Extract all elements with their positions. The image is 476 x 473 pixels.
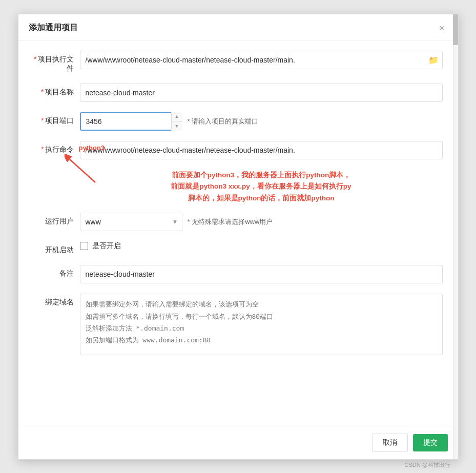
notes-row: 备注 [34,265,443,283]
port-row: *项目端口 ▲ ▼ * 请输入项目的真实端口 [34,112,443,131]
startup-row: 开机启动 是否开启 [34,241,443,255]
domain-textarea[interactable] [80,294,443,355]
notes-control [80,265,443,283]
annotation-arrow [65,154,100,185]
run-user-hint: * 无特殊需求请选择www用户 [188,217,273,227]
required-star-4: * [41,145,44,153]
exec-file-label: *项目执行文件 [34,51,80,73]
dialog: 添加通用项目 × *项目执行文件 📁 *项目名称 [18,14,459,460]
domain-label: 绑定域名 [34,294,80,307]
dialog-title: 添加通用项目 [29,23,78,33]
dialog-footer: 取消 提交 [18,426,458,459]
notes-label: 备注 [34,265,80,278]
startup-control: 是否开启 [80,241,443,251]
csdn-watermark: CSDN @科技出行 [405,461,450,469]
domain-row: 绑定域名 [34,294,443,355]
run-user-control: www root nginx ▼ * 无特殊需求请选择www用户 [80,213,443,231]
run-user-select[interactable]: www root nginx [80,213,182,231]
exec-file-input[interactable] [80,51,443,69]
startup-label: 开机启动 [34,241,80,255]
run-user-row: 运行用户 www root nginx ▼ * 无特殊需求请选择www用户 [34,213,443,231]
spinner-buttons: ▲ ▼ [171,112,182,131]
annotation-text: 前面要加个python3，我的服务器上面执行python脚本， 前面就是pyth… [80,170,443,205]
port-input-wrap: ▲ ▼ [80,112,182,131]
close-button[interactable]: × [436,23,448,34]
project-name-input[interactable] [80,84,443,102]
run-user-label: 运行用户 [34,213,80,226]
project-name-control [80,84,443,102]
folder-icon[interactable]: 📁 [428,55,439,65]
project-name-row: *项目名称 [34,84,443,102]
scrollbar-track[interactable] [453,14,458,459]
scrollbar-thumb[interactable] [453,14,458,45]
startup-checkbox[interactable] [80,242,88,250]
exec-cmd-control [80,141,443,159]
notes-input[interactable] [80,265,443,283]
project-name-label: *项目名称 [34,84,80,97]
dialog-body: *项目执行文件 📁 *项目名称 [18,40,458,426]
startup-checkbox-row: 是否开启 [80,241,121,251]
cancel-button[interactable]: 取消 [372,434,408,452]
exec-cmd-label: *执行命令 [34,141,80,154]
exec-file-control: 📁 [80,51,443,69]
annotation-block: 前面要加个python3，我的服务器上面执行python脚本， 前面就是pyth… [80,170,443,205]
dialog-overlay: 添加通用项目 × *项目执行文件 📁 *项目名称 [0,0,476,473]
exec-cmd-input[interactable] [80,141,443,159]
dialog-header: 添加通用项目 × [18,14,458,40]
port-hint: * 请输入项目的真实端口 [188,117,259,126]
port-input[interactable] [80,112,182,131]
required-star-2: * [41,88,44,96]
port-control: ▲ ▼ * 请输入项目的真实端口 [80,112,443,131]
required-star-3: * [41,116,44,125]
port-label: *项目端口 [34,112,80,126]
spinner-up-button[interactable]: ▲ [172,112,182,122]
submit-button[interactable]: 提交 [413,434,448,451]
svg-line-1 [70,159,95,182]
required-star: * [34,55,36,63]
startup-checkbox-label: 是否开启 [92,241,121,251]
run-user-select-wrap: www root nginx ▼ [80,213,182,231]
domain-control [80,294,443,355]
spinner-down-button[interactable]: ▼ [172,121,182,131]
exec-file-row: *项目执行文件 📁 [34,51,443,73]
exec-file-input-wrap: 📁 [80,51,443,69]
